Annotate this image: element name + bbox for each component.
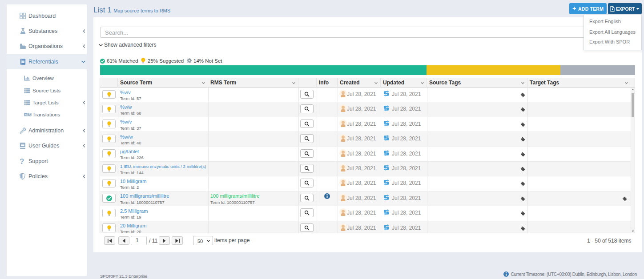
svg-text:A: A — [25, 113, 27, 116]
